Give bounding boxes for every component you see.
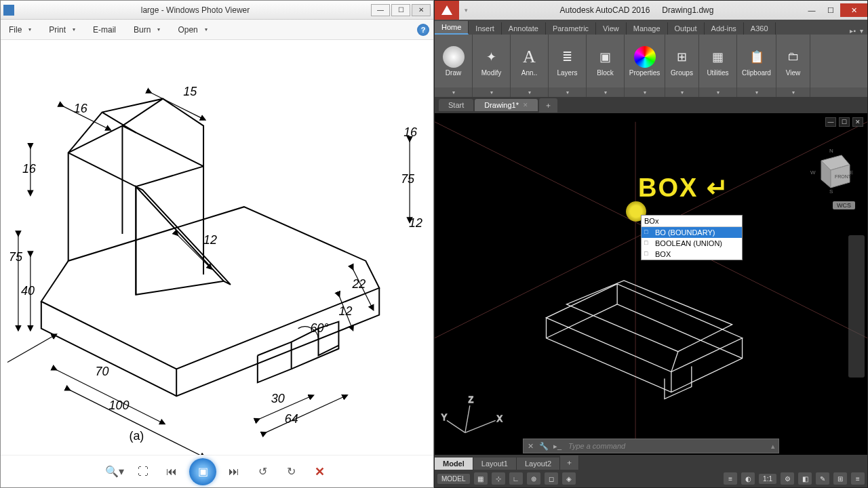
next-button[interactable]: ⏭ (223, 461, 245, 483)
close-tab-icon[interactable]: ✕ (523, 102, 528, 108)
tab-home[interactable]: Home (435, 21, 469, 35)
navigation-bar[interactable] (848, 235, 865, 378)
cmdline-close-icon[interactable]: ✕ (524, 442, 537, 451)
tab-insert[interactable]: Insert (469, 22, 502, 35)
groups-icon: ⊞ (671, 46, 693, 68)
menu-open[interactable]: Open (174, 23, 211, 37)
cmd-option-boundary[interactable]: BO (BOUNDARY) (642, 227, 742, 238)
polar-icon[interactable]: ⊕ (527, 472, 540, 485)
rotate-ccw-button[interactable]: ↺ (252, 461, 273, 483)
ac-titlebar[interactable]: ▾ Autodesk AutoCAD 2016 Drawing1.dwg — ☐… (435, 1, 867, 20)
viewport-controls: — ☐ ✕ (825, 117, 863, 127)
utilities-icon: ▦ (707, 46, 729, 68)
maximize-button[interactable]: ☐ (821, 3, 840, 17)
customize-icon[interactable]: ≡ (851, 472, 865, 485)
expand-clipboard[interactable]: ▾ (737, 87, 776, 97)
cmd-option-box[interactable]: BOX (642, 249, 742, 260)
expand-block[interactable]: ▾ (587, 87, 625, 97)
pv-app-icon (3, 5, 14, 16)
minimize-button[interactable]: — (802, 3, 821, 17)
panel-draw[interactable]: Draw (435, 35, 473, 87)
panel-modify[interactable]: ✦Modify (473, 35, 511, 87)
prev-button[interactable]: ⏮ (161, 461, 182, 483)
pv-image-area[interactable]: 15 16 16 16 12 12 12 75 75 40 70 100 30 … (1, 40, 433, 455)
tab-manage[interactable]: Manage (627, 22, 668, 35)
panel-properties[interactable]: Properties (625, 35, 665, 87)
panel-block[interactable]: ▣Block (587, 35, 625, 87)
pv-titlebar[interactable]: large - Windows Photo Viewer — ☐ ✕ (1, 1, 433, 20)
ribbon-play-icon[interactable]: ▸▪ (850, 27, 856, 35)
view-cube[interactable]: FRONT NE WS (808, 147, 855, 195)
close-button[interactable]: ✕ (412, 4, 431, 16)
maximize-button[interactable]: ☐ (391, 4, 410, 16)
panel-utilities[interactable]: ▦Utilities (699, 35, 737, 87)
expand-layers[interactable]: ▾ (549, 87, 587, 97)
menu-burn[interactable]: Burn (130, 23, 164, 37)
expand-modify[interactable]: ▾ (473, 87, 511, 97)
svg-text:X: X (497, 414, 502, 424)
panel-clipboard[interactable]: 📋Clipboard (737, 35, 776, 87)
close-button[interactable]: ✕ (840, 3, 867, 17)
add-layout-button[interactable]: ＋ (560, 455, 579, 470)
expand-utilities[interactable]: ▾ (699, 87, 737, 97)
ribbon-tabs: Home Insert Annotate Parametric View Man… (435, 20, 867, 35)
command-line[interactable]: ✕ 🔧 ▸_ Type a command ▴ (523, 439, 779, 453)
panel-groups[interactable]: ⊞Groups (665, 35, 699, 87)
tab-layout2[interactable]: Layout2 (517, 458, 560, 470)
isoplane-icon[interactable]: ◧ (798, 472, 812, 485)
menu-email[interactable]: E-mail (89, 23, 120, 37)
fit-button[interactable]: ⛶ (132, 461, 154, 483)
grid-icon[interactable]: ▦ (474, 472, 488, 485)
tab-annotate[interactable]: Annotate (502, 22, 546, 35)
cmdline-history-icon[interactable]: ▴ (768, 442, 778, 451)
tab-model[interactable]: Model (435, 458, 473, 470)
tab-layout1[interactable]: Layout1 (473, 458, 517, 470)
wcs-label[interactable]: WCS (833, 201, 855, 209)
vp-close-icon[interactable]: ✕ (852, 117, 863, 127)
lineweight-icon[interactable]: ≡ (724, 472, 737, 485)
expand-draw[interactable]: ▾ (435, 87, 473, 97)
ribbon-collapse-icon[interactable]: ▾ (860, 27, 863, 35)
tab-view[interactable]: View (596, 22, 627, 35)
expand-annotation[interactable]: ▾ (511, 87, 549, 97)
osnap-icon[interactable]: ◻ (545, 472, 558, 485)
cmd-option-boolean[interactable]: BOOLEAN (UNION) (642, 238, 742, 249)
annotation-icon[interactable]: ✎ (816, 472, 829, 485)
minimize-button[interactable]: — (371, 4, 390, 16)
3dosnap-icon[interactable]: ◈ (562, 472, 576, 485)
pv-toolbar: 🔍▾ ⛶ ⏮ ▣ ⏭ ↺ ↻ ✕ (1, 455, 433, 487)
snap-icon[interactable]: ⊹ (492, 472, 505, 485)
vp-minimize-icon[interactable]: — (825, 117, 836, 127)
tab-drawing1[interactable]: Drawing1*✕ (475, 99, 538, 111)
menu-file[interactable]: File (5, 23, 35, 37)
command-input[interactable]: BOx (642, 216, 742, 227)
tab-start[interactable]: Start (439, 99, 473, 111)
status-scale[interactable]: 1:1 (759, 474, 776, 484)
autocad-logo-icon[interactable] (435, 1, 459, 20)
tab-a360[interactable]: A360 (744, 22, 776, 35)
cmdline-wrench-icon[interactable]: 🔧 (537, 442, 551, 451)
panel-view[interactable]: 🗀View (776, 35, 810, 87)
status-model[interactable]: MODEL (437, 474, 470, 484)
new-tab-button[interactable]: ＋ (539, 98, 557, 113)
zoom-button[interactable]: 🔍▾ (104, 461, 125, 483)
expand-groups[interactable]: ▾ (665, 87, 699, 97)
expand-view[interactable]: ▾ (776, 87, 810, 97)
tab-parametric[interactable]: Parametric (546, 22, 596, 35)
model-viewport[interactable]: X Y Z — ☐ ✕ FRONT NE WS (435, 113, 867, 455)
tab-addins[interactable]: Add-ins (705, 22, 744, 35)
vp-maximize-icon[interactable]: ☐ (839, 117, 850, 127)
slideshow-button[interactable]: ▣ (189, 458, 216, 485)
tab-output[interactable]: Output (668, 22, 705, 35)
expand-properties[interactable]: ▾ (625, 87, 665, 97)
delete-button[interactable]: ✕ (309, 461, 330, 483)
rotate-cw-button[interactable]: ↻ (280, 461, 302, 483)
panel-layers[interactable]: ≣Layers (549, 35, 587, 87)
gear-icon[interactable]: ⚙ (781, 472, 794, 485)
workspace-icon[interactable]: ⊞ (833, 472, 847, 485)
menu-print[interactable]: Print (45, 23, 79, 37)
panel-annotation[interactable]: AAnn.. (511, 35, 549, 87)
help-icon[interactable]: ? (417, 24, 429, 36)
ortho-icon[interactable]: ∟ (509, 472, 523, 485)
transparency-icon[interactable]: ◐ (741, 472, 755, 485)
